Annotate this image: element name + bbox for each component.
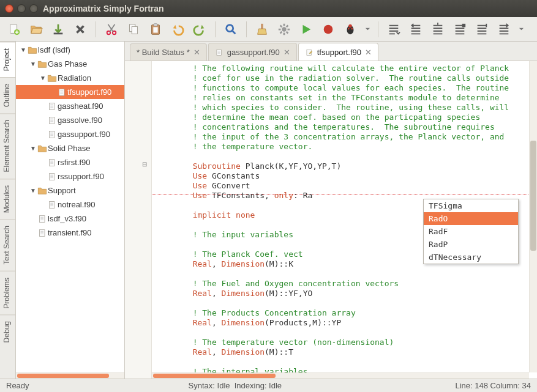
tab-label: gassupport.f90 [227,48,280,57]
side-tab-element-search[interactable]: Element Search [0,113,15,178]
file-icon [47,200,58,210]
side-tab-debug[interactable]: Debug [0,314,15,349]
tree-file-gassolve-f90[interactable]: gassolve.f90 [16,113,124,127]
format-dropdown-icon[interactable] [517,20,525,39]
clean-button[interactable] [253,20,271,39]
copy-button[interactable] [124,20,143,39]
tree-item-label: lsdf (lsdf) [38,45,70,54]
editor-vertical-scrollbar[interactable] [529,61,537,372]
svg-rect-21 [49,117,54,124]
window-maximize-button[interactable] [29,4,38,13]
tree-item-label: gassupport.f90 [58,130,110,139]
format-button-2[interactable] [407,20,425,39]
svg-rect-6 [132,26,137,34]
tree-horizontal-scrollbar[interactable] [16,372,124,379]
autocomplete-item[interactable]: RadO [424,212,518,225]
status-indexing: Indexing: Idle [235,381,282,390]
tree-file-gassheat-f90[interactable]: gassheat.f90 [16,99,124,113]
window-title: Approximatrix Simply Fortran [43,4,164,13]
folder-icon [47,73,58,83]
tree-file-gassupport-f90[interactable]: gassupport.f90 [16,127,124,141]
search-button[interactable] [222,20,240,39]
paste-button[interactable] [146,20,165,39]
redo-button[interactable] [190,20,209,39]
svg-point-13 [324,24,333,34]
editor-tab-strip: * Build Status *✕gassupport.f90✕tfsuppor… [125,42,537,61]
window-close-button[interactable] [5,4,13,13]
svg-rect-27 [39,229,45,236]
side-tab-outline[interactable]: Outline [0,77,15,113]
tree-folder-gas-phase[interactable]: ▼ Gas Phase [16,57,124,71]
file-icon [47,116,58,125]
project-tree[interactable]: ▼ lsdf (lsdf)▼ Gas Phase▼ Radiation tfsu… [16,42,124,372]
svg-point-12 [282,27,286,31]
folder-icon [37,144,48,153]
tree-file-lsdf-v3-f90[interactable]: lsdf_v3.f90 [16,212,124,226]
side-tab-project[interactable]: Project [0,42,15,77]
format-button-5[interactable] [473,20,491,39]
autocomplete-item[interactable]: RadF [424,225,518,238]
tree-item-label: notreal.f90 [58,200,95,209]
cut-button[interactable] [102,20,121,39]
delete-button[interactable] [71,20,89,39]
tree-item-label: gassolve.f90 [58,116,102,125]
editor-horizontal-scrollbar[interactable] [152,372,529,379]
save-button[interactable] [49,20,67,39]
format-button-4[interactable] [451,20,469,39]
format-button-3[interactable] [429,20,447,39]
side-tab-modules[interactable]: Modules [0,179,15,219]
run-button[interactable] [297,20,315,39]
autocomplete-item[interactable]: TFSigma [424,199,518,212]
tree-file-transient-f90[interactable]: transient.f90 [16,226,124,240]
format-button-1[interactable] [385,20,403,39]
status-cursor-position: Line: 148 Column: 34 [455,381,531,390]
tree-folder-lsdf-lsdf-[interactable]: ▼ lsdf (lsdf) [16,43,124,57]
tree-file-notreal-f90[interactable]: notreal.f90 [16,198,124,212]
window-minimize-button[interactable] [17,4,26,13]
svg-point-10 [227,24,233,31]
file-icon [47,158,58,168]
undo-button[interactable] [168,20,187,39]
code-editor[interactable]: ⊟ ! The following routine will calculate… [125,61,537,379]
tab-label: * Build Status * [137,48,190,57]
tree-item-label: transient.f90 [48,228,92,237]
svg-rect-9 [153,27,157,32]
tree-folder-radiation[interactable]: ▼ Radiation [16,71,124,85]
autocomplete-popup[interactable]: TFSigmaRadORadFRadPdTNecessary [423,199,519,264]
format-button-6[interactable] [495,20,513,39]
svg-point-15 [348,24,352,28]
svg-rect-28 [217,50,222,55]
titlebar: Approximatrix Simply Fortran [0,0,537,17]
tree-file-tfsupport-f90[interactable]: tfsupport.f90 [16,85,124,99]
side-tab-problems[interactable]: Problems [0,271,15,315]
close-tab-icon[interactable]: ✕ [365,48,372,57]
editor-tab--build-status-[interactable]: * Build Status *✕ [130,43,207,61]
autocomplete-item[interactable]: RadP [424,238,518,251]
side-tab-strip: ProjectOutlineElement SearchModulesText … [0,42,16,379]
editor-tab-gassupport-f90[interactable]: gassupport.f90✕ [208,43,297,61]
tab-label: tfsupport.f90 [317,48,361,57]
new-file-button[interactable] [5,20,23,39]
open-file-button[interactable] [27,20,45,39]
close-tab-icon[interactable]: ✕ [284,48,290,57]
status-ready: Ready [6,381,29,390]
side-tab-text-search[interactable]: Text Search [0,219,15,270]
close-tab-icon[interactable]: ✕ [193,48,200,57]
tree-file-rsfirst-f90[interactable]: rsfirst.f90 [16,155,124,169]
svg-rect-22 [49,131,54,138]
tree-file-rssupport-f90[interactable]: rssupport.f90 [16,169,124,183]
tree-folder-solid-phase[interactable]: ▼ Solid Phase [16,141,124,155]
debug-button[interactable] [341,20,359,39]
svg-rect-19 [59,89,64,95]
svg-point-16 [348,28,350,29]
editor-tab-tfsupport-f90[interactable]: tfsupport.f90✕ [298,43,378,61]
tree-item-label: Radiation [58,73,91,83]
record-button[interactable] [319,20,337,39]
tree-folder-support[interactable]: ▼ Support [16,183,124,198]
autocomplete-item[interactable]: dTNecessary [424,251,518,264]
svg-rect-26 [39,215,45,222]
debug-dropdown-icon[interactable] [363,20,372,39]
fold-handle-icon[interactable]: ⊟ [142,161,147,168]
file-icon [47,172,58,182]
build-button[interactable] [275,20,293,39]
